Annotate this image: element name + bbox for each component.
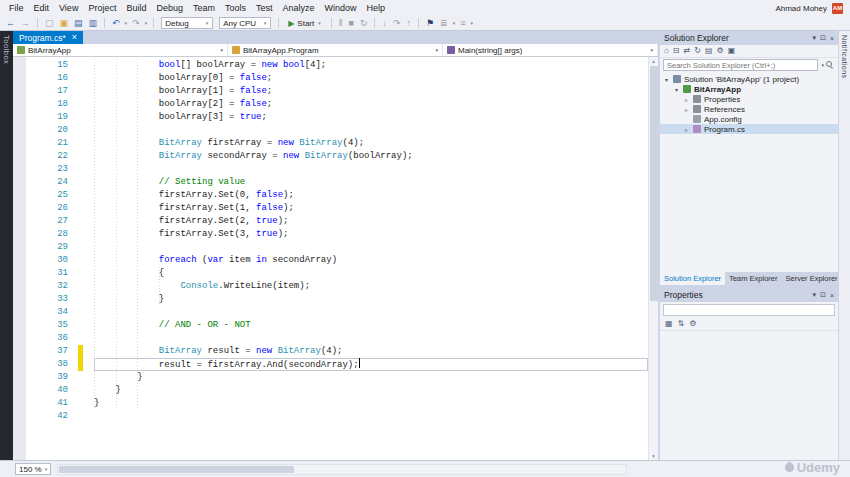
chevron-down-icon[interactable]: ▾ bbox=[144, 20, 149, 26]
tree-item-program-cs[interactable]: ▹Program.cs bbox=[660, 124, 838, 134]
menu-team[interactable]: Team bbox=[188, 0, 220, 16]
tree-item-solution-bitarrayapp-1-project[interactable]: ▾Solution 'BitArrayApp' (1 project) bbox=[660, 74, 838, 84]
properties-object-combo[interactable] bbox=[663, 304, 835, 316]
chevron-down-icon[interactable]: ▾ bbox=[452, 20, 457, 26]
expander-open-icon[interactable]: ▾ bbox=[663, 76, 670, 83]
navbar-project-dropdown[interactable]: BitArrayApp ▾ bbox=[13, 44, 228, 56]
toolbox-autohide-tab[interactable]: Toolbox bbox=[0, 31, 13, 460]
code-line-34[interactable]: 34 bbox=[13, 306, 648, 319]
close-icon[interactable]: × bbox=[830, 35, 834, 42]
menu-test[interactable]: Test bbox=[251, 0, 278, 16]
tree-item-properties[interactable]: ▹Properties bbox=[660, 94, 838, 104]
code-line-40[interactable]: 40 } bbox=[13, 384, 648, 397]
scroll-down-icon[interactable]: ▼ bbox=[651, 453, 656, 459]
chevron-down-icon[interactable]: ▾ bbox=[821, 62, 824, 68]
notifications-autohide-tab[interactable]: Notifications bbox=[839, 31, 850, 460]
menu-view[interactable]: View bbox=[54, 0, 83, 16]
properties-window-icon[interactable]: ⚙ bbox=[717, 45, 724, 57]
scrollbar-thumb[interactable] bbox=[59, 466, 294, 473]
platform-select[interactable]: Any CPU▾ bbox=[219, 17, 271, 29]
menu-tools[interactable]: Tools bbox=[220, 0, 251, 16]
scroll-up-icon[interactable]: ▲ bbox=[651, 58, 656, 64]
code-line-15[interactable]: 15 bool[] boolArray = new bool[4]; bbox=[13, 59, 648, 72]
redo-icon[interactable]: ↷ bbox=[130, 16, 142, 30]
menu-window[interactable]: Window bbox=[320, 0, 362, 16]
code-line-42[interactable]: 42 bbox=[13, 410, 648, 423]
new-file-icon[interactable]: ▢ bbox=[43, 16, 56, 30]
pause-icon[interactable]: ‖ bbox=[337, 16, 345, 30]
window-position-icon[interactable]: ▾ bbox=[813, 34, 817, 42]
panel-tab-server-explorer[interactable]: Server Explorer bbox=[781, 272, 841, 285]
code-line-38[interactable]: 38 result = firstArray.And(secondArray); bbox=[13, 358, 648, 371]
code-line-28[interactable]: 28 firstArray.Set(3, true); bbox=[13, 228, 648, 241]
code-line-31[interactable]: 31 { bbox=[13, 267, 648, 280]
pin-icon[interactable]: ⊡ bbox=[820, 34, 826, 42]
code-line-26[interactable]: 26 firstArray.Set(1, false); bbox=[13, 202, 648, 215]
code-line-29[interactable]: 29 bbox=[13, 241, 648, 254]
preview-selected-items-icon[interactable]: ▣ bbox=[728, 45, 736, 57]
tree-item-app-config[interactable]: App.config bbox=[660, 114, 838, 124]
expander-closed-icon[interactable]: ▹ bbox=[683, 126, 690, 133]
step-into-icon[interactable]: ↓ bbox=[380, 16, 389, 30]
close-icon[interactable]: × bbox=[72, 33, 77, 42]
solution-explorer-titlebar[interactable]: Solution Explorer ▾⊡× bbox=[660, 31, 838, 45]
code-line-21[interactable]: 21 BitArray firstArray = new BitArray(4)… bbox=[13, 137, 648, 150]
editor-vertical-scrollbar[interactable]: ▲ ▼ bbox=[648, 57, 658, 460]
undo-icon[interactable]: ↶ bbox=[110, 16, 122, 30]
save-all-icon[interactable]: ▥ bbox=[87, 16, 100, 30]
code-line-19[interactable]: 19 boolArray[3] = true; bbox=[13, 111, 648, 124]
code-line-36[interactable]: 36 bbox=[13, 332, 648, 345]
pin-icon[interactable]: ⊡ bbox=[820, 291, 826, 299]
code-line-37[interactable]: 37 BitArray result = new BitArray(4); bbox=[13, 345, 648, 358]
refresh-icon[interactable]: ↻ bbox=[694, 45, 701, 57]
show-all-files-icon[interactable]: ▤ bbox=[705, 45, 713, 57]
panel-tab-solution-explorer[interactable]: Solution Explorer bbox=[660, 272, 725, 285]
menu-analyze[interactable]: Analyze bbox=[278, 0, 320, 16]
stop-icon[interactable]: ■ bbox=[346, 16, 355, 30]
navbar-type-dropdown[interactable]: BitArrayApp.Program ▾ bbox=[228, 44, 443, 56]
code-line-20[interactable]: 20 bbox=[13, 124, 648, 137]
alphabetical-icon[interactable]: ⇅ bbox=[678, 318, 685, 330]
save-icon[interactable]: ▤ bbox=[72, 16, 85, 30]
code-line-24[interactable]: 24 // Setting value bbox=[13, 176, 648, 189]
tab-program-cs[interactable]: Program.cs* × bbox=[13, 31, 83, 44]
code-line-16[interactable]: 16 boolArray[0] = false; bbox=[13, 72, 648, 85]
home-icon[interactable]: ⌂ bbox=[664, 45, 669, 57]
navbar-member-dropdown[interactable]: Main(string[] args) ▾ bbox=[443, 44, 658, 56]
user-avatar[interactable]: AM bbox=[832, 3, 843, 14]
collapse-all-icon[interactable]: ⊟ bbox=[673, 45, 680, 57]
debug-configuration-select[interactable]: Debug▾ bbox=[161, 17, 213, 29]
bookmark-icon[interactable]: ⚑ bbox=[424, 16, 436, 30]
expander-closed-icon[interactable]: ▹ bbox=[683, 96, 690, 103]
code-line-18[interactable]: 18 boolArray[2] = false; bbox=[13, 98, 648, 111]
menu-debug[interactable]: Debug bbox=[151, 0, 188, 16]
code-line-17[interactable]: 17 boolArray[1] = false; bbox=[13, 85, 648, 98]
navigate-backward-icon[interactable]: ← bbox=[4, 16, 17, 30]
user-name[interactable]: Ahmad Mohey bbox=[775, 4, 827, 13]
comment-icon[interactable]: ≣ bbox=[438, 16, 450, 30]
window-position-icon[interactable]: ▾ bbox=[813, 291, 817, 299]
menu-help[interactable]: Help bbox=[362, 0, 391, 16]
code-line-27[interactable]: 27 firstArray.Set(2, true); bbox=[13, 215, 648, 228]
chevron-down-icon[interactable]: ▾ bbox=[469, 20, 474, 26]
code-line-39[interactable]: 39 } bbox=[13, 371, 648, 384]
indent-icon[interactable]: ≡ bbox=[458, 16, 467, 30]
panel-tab-team-explorer[interactable]: Team Explorer bbox=[725, 272, 781, 285]
code-line-23[interactable]: 23 bbox=[13, 163, 648, 176]
zoom-control[interactable]: 150 % ▾ bbox=[15, 463, 51, 475]
navigate-forward-icon[interactable]: → bbox=[19, 16, 32, 30]
code-line-25[interactable]: 25 firstArray.Set(0, false); bbox=[13, 189, 648, 202]
expander-open-icon[interactable]: ▾ bbox=[673, 86, 680, 93]
categorized-icon[interactable]: ▦ bbox=[665, 318, 673, 330]
open-file-icon[interactable]: ▣ bbox=[58, 16, 71, 30]
code-line-35[interactable]: 35 // AND - OR - NOT bbox=[13, 319, 648, 332]
menu-file[interactable]: File bbox=[4, 0, 29, 16]
menu-project[interactable]: Project bbox=[83, 0, 121, 16]
sync-with-active-document-icon[interactable]: ⇄ bbox=[684, 45, 691, 57]
scrollbar-thumb[interactable] bbox=[650, 66, 658, 301]
chevron-down-icon[interactable]: ▾ bbox=[124, 20, 129, 26]
step-over-icon[interactable]: ↷ bbox=[391, 16, 403, 30]
code-line-32[interactable]: 32 Console.WriteLine(item); bbox=[13, 280, 648, 293]
menu-edit[interactable]: Edit bbox=[29, 0, 55, 16]
expander-closed-icon[interactable]: ▹ bbox=[683, 106, 690, 113]
